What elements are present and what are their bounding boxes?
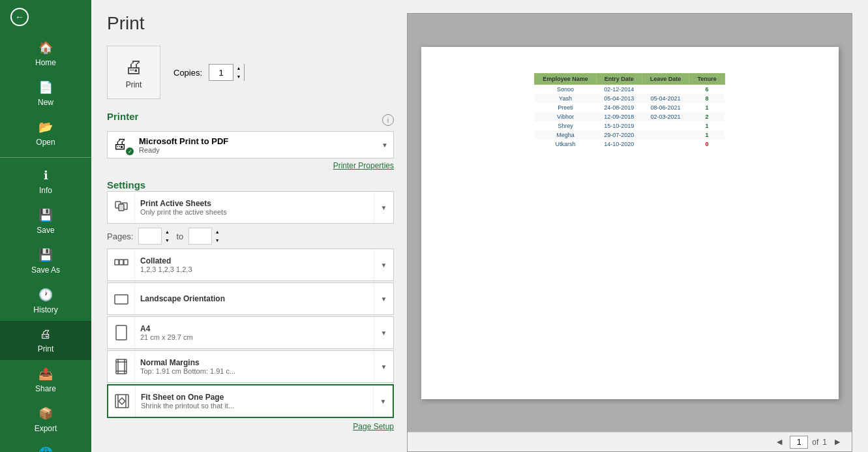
cell-name: Sonoo: [535, 84, 597, 94]
cell-entry: 02-12-2014: [596, 84, 642, 94]
sidebar-item-saveas[interactable]: 💾 Save As: [0, 241, 91, 281]
printer-info-icon[interactable]: i: [382, 114, 394, 126]
printer-info: Microsoft Print to PDF Ready: [139, 136, 228, 154]
collated-text: Collated 1,2,3 1,2,3 1,2,3: [135, 254, 374, 276]
cell-leave: [642, 84, 689, 94]
fit-title: Fit Sheet on One Page: [141, 393, 368, 402]
sidebar-item-export-label: Export: [35, 424, 57, 433]
collated-title: Collated: [140, 256, 368, 265]
sidebar-item-history-label: History: [33, 305, 57, 314]
cell-leave: 02-03-2021: [642, 112, 689, 121]
sidebar-item-share[interactable]: 📤 Share: [0, 360, 91, 400]
col-header-name: Employee Name: [535, 73, 597, 84]
printer-emoji: 🖨: [113, 136, 127, 152]
svg-rect-6: [115, 295, 128, 304]
prev-page-button[interactable]: ◀: [773, 436, 786, 449]
sidebar-item-home[interactable]: 🏠 Home: [0, 34, 91, 74]
printer-name: Microsoft Print to PDF: [139, 136, 228, 146]
collated-subtitle: 1,2,3 1,2,3 1,2,3: [140, 265, 368, 273]
cell-tenure: 1: [689, 121, 725, 130]
cell-name: Vibhor: [535, 112, 597, 121]
cell-tenure: 0: [689, 140, 725, 149]
table-row: Utkarsh14-10-20200: [535, 140, 725, 149]
margins-title: Normal Margins: [140, 358, 368, 367]
page-total: 1: [822, 438, 827, 447]
preview-table-body: Sonoo02-12-20146Yash05-04-201305-04-2021…: [535, 84, 725, 149]
sidebar-item-new-label: New: [38, 98, 53, 107]
svg-rect-2: [119, 204, 124, 211]
pages-to-label: to: [176, 232, 183, 241]
next-page-button[interactable]: ▶: [831, 436, 844, 449]
pages-from-down[interactable]: ▼: [162, 236, 172, 245]
copies-up-button[interactable]: ▲: [233, 64, 244, 72]
setting-landscape[interactable]: Landscape Orientation ▼: [107, 282, 394, 315]
back-button[interactable]: ←: [0, 0, 91, 34]
page-preview: Employee Name Entry Date Leave Date Tenu…: [421, 47, 839, 399]
sidebar-item-print[interactable]: 🖨 Print: [0, 321, 91, 360]
cell-leave: 05-04-2021: [642, 94, 689, 103]
cell-tenure: 8: [689, 94, 725, 103]
setting-a4[interactable]: A4 21 cm x 29.7 cm ▼: [107, 316, 394, 349]
page-of-label: of: [812, 438, 818, 447]
sidebar-item-new[interactable]: 📄 New: [0, 74, 91, 113]
printer-properties-link[interactable]: Printer Properties: [107, 161, 394, 170]
cell-entry: 24-08-2019: [596, 103, 642, 112]
margins-arrow: ▼: [374, 351, 393, 382]
copies-down-button[interactable]: ▼: [233, 72, 244, 81]
pages-to-field[interactable]: [189, 232, 211, 241]
margins-text: Normal Margins Top: 1.91 cm Bottom: 1.91…: [135, 355, 374, 378]
share-icon: 📤: [38, 367, 53, 381]
sidebar-item-history[interactable]: 🕐 History: [0, 281, 91, 321]
table-row: Megha29-07-20201: [535, 130, 725, 140]
pages-to-up[interactable]: ▲: [212, 228, 222, 236]
print-panel: Print 🖨 Print Copies: ▲ ▼: [91, 0, 868, 452]
sidebar-item-export[interactable]: 📦 Export: [0, 400, 91, 440]
landscape-text: Landscape Orientation: [135, 292, 374, 306]
table-row: Sonoo02-12-20146: [535, 84, 725, 94]
copies-field[interactable]: [209, 64, 233, 81]
sidebar-item-saveas-label: Save As: [31, 265, 60, 275]
pages-from-input: ▲ ▼: [138, 228, 171, 245]
table-row: Vibhor12-09-201802-03-20212: [535, 112, 725, 121]
cell-name: Yash: [535, 94, 597, 103]
fit-icon: [108, 385, 136, 417]
open-icon: 📂: [38, 120, 53, 134]
cell-leave: [642, 130, 689, 140]
setting-collated[interactable]: Collated 1,2,3 1,2,3 1,2,3 ▼: [107, 249, 394, 281]
pages-label: Pages:: [107, 232, 133, 241]
sidebar-item-save[interactable]: 💾 Save: [0, 202, 91, 241]
printer-icon: 🖨: [125, 56, 143, 78]
table-row: Yash05-04-201305-04-20218: [535, 94, 725, 103]
setting-active-sheets[interactable]: Print Active Sheets Only print the activ…: [107, 191, 394, 224]
setting-margins[interactable]: Normal Margins Top: 1.91 cm Bottom: 1.91…: [107, 350, 394, 383]
page-setup-link[interactable]: Page Setup: [107, 422, 394, 431]
printer-heading: Printer: [107, 111, 138, 122]
pages-to-down[interactable]: ▼: [212, 236, 222, 245]
a4-text: A4 21 cm x 29.7 cm: [135, 322, 374, 344]
fit-text: Fit Sheet on One Page Shrink the printou…: [136, 390, 373, 412]
cell-name: Megha: [535, 130, 597, 140]
sidebar-item-publish[interactable]: 🌐 Publish: [0, 440, 91, 452]
col-header-tenure: Tenure: [689, 73, 725, 84]
a4-arrow: ▼: [374, 317, 393, 348]
setting-fit[interactable]: Fit Sheet on One Page Shrink the printou…: [107, 384, 394, 418]
settings-heading: Settings: [107, 179, 145, 190]
sidebar-item-info-label: Info: [39, 186, 52, 195]
back-icon: ←: [10, 8, 29, 26]
print-button-label: Print: [126, 80, 142, 89]
pages-from-field[interactable]: [139, 232, 161, 241]
cell-tenure: 6: [689, 84, 725, 94]
copies-input-wrap: ▲ ▼: [209, 64, 245, 81]
print-button[interactable]: 🖨 Print: [107, 46, 160, 99]
table-row: Preeti24-08-201908-06-20211: [535, 103, 725, 112]
fit-arrow: ▼: [373, 385, 393, 417]
pages-from-up[interactable]: ▲: [162, 228, 172, 236]
cell-name: Preeti: [535, 103, 597, 112]
sidebar-item-info[interactable]: ℹ Info: [0, 162, 91, 202]
copies-label: Copies:: [173, 68, 202, 78]
printer-select[interactable]: 🖨 ✓ Microsoft Print to PDF Ready ▼: [107, 131, 394, 158]
sidebar-item-home-label: Home: [35, 58, 56, 67]
settings-column: Print 🖨 Print Copies: ▲ ▼: [107, 13, 394, 452]
current-page-input[interactable]: [790, 436, 808, 449]
sidebar-item-open[interactable]: 📂 Open: [0, 113, 91, 153]
